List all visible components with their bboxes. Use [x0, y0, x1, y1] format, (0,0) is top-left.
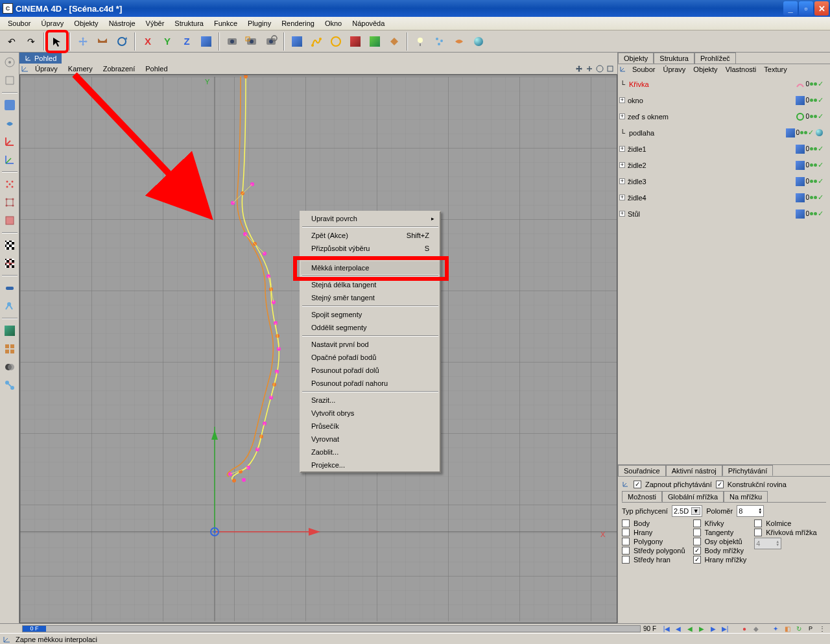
context-menu-item[interactable]: Opačné pořadí bodů [301, 351, 440, 364]
tab-souradnice[interactable]: Souřadnice [618, 465, 666, 476]
vmenu-zobrazeni[interactable]: Zobrazení [98, 64, 141, 73]
view-tab-pohled[interactable]: Pohled [19, 53, 62, 64]
snap-opt-checkbox[interactable] [693, 547, 701, 555]
snap-opt-checkbox[interactable] [693, 529, 701, 536]
vmenu-pohled[interactable]: Pohled [140, 64, 172, 73]
close-button[interactable]: ✕ [814, 1, 829, 16]
light-button[interactable] [411, 32, 429, 51]
object-row[interactable]: +židle10✓ [619, 141, 829, 157]
tab-aktivni-nastroj[interactable]: Aktivní nástroj [666, 465, 722, 476]
object-row[interactable]: +Stůl0✓ [619, 206, 829, 222]
context-menu-item[interactable]: Měkká interpolace [301, 261, 440, 274]
omenu-textury[interactable]: Textury [760, 65, 790, 74]
snap-opt-checkbox[interactable] [622, 547, 630, 555]
menu-napoveda[interactable]: Nápověda [347, 18, 390, 29]
connect-icon[interactable] [1, 377, 18, 394]
context-menu-item[interactable]: Vyrovnat [301, 433, 440, 446]
model-mode-icon[interactable] [1, 97, 18, 113]
context-menu-item[interactable]: Vytvořit obrys [301, 407, 440, 420]
object-row[interactable]: +zeď s oknem0✓ [619, 108, 829, 125]
key-pos-button[interactable]: ✦ [770, 624, 781, 633]
context-menu-item[interactable]: Projekce... [301, 459, 440, 471]
nurbs-button[interactable] [327, 32, 345, 51]
render-settings-button[interactable] [262, 32, 280, 51]
undo-button[interactable]: ↶ [3, 32, 21, 51]
context-menu-item[interactable]: Posunout pořadí dolů [301, 364, 440, 377]
select-tool[interactable] [48, 32, 66, 51]
modeling-button[interactable] [346, 32, 364, 51]
context-menu-item[interactable]: Spojit segmenty [301, 308, 440, 321]
snap-opt-checkbox[interactable] [754, 519, 762, 527]
key-button[interactable]: ◆ [751, 624, 761, 633]
make-editable-icon[interactable] [1, 322, 18, 339]
polys-icon[interactable] [1, 212, 18, 229]
tab-globalni-mrizka[interactable]: Globální mřížka [662, 491, 724, 502]
points-icon[interactable] [1, 176, 18, 193]
context-menu-item[interactable]: Oddělit segmenty [301, 321, 440, 334]
context-menu-item[interactable]: Zaoblit... [301, 446, 440, 459]
omenu-upravy[interactable]: Úpravy [659, 65, 689, 74]
context-menu-item[interactable]: Nastavit první bod [301, 338, 440, 351]
coord-system-button[interactable] [197, 32, 215, 51]
nav-pan-icon[interactable] [575, 64, 584, 73]
key-opts-icon[interactable]: ⋮ [817, 624, 827, 633]
tab-na-mrizku[interactable]: Na mřížku [724, 491, 768, 502]
tab-moznosti[interactable]: Možnosti [622, 491, 662, 502]
nav-max-icon[interactable] [606, 64, 615, 73]
camera-button[interactable] [469, 32, 488, 51]
menu-objekty[interactable]: Objekty [69, 18, 103, 29]
object-row[interactable]: └podlaha0✓ [619, 125, 829, 141]
scale-tool[interactable] [93, 32, 112, 51]
y-axis-button[interactable]: Y [158, 32, 176, 51]
context-menu-item[interactable]: Srazit... [301, 394, 440, 407]
rotate-tool[interactable] [113, 32, 131, 51]
snap-opt-checkbox[interactable] [622, 556, 630, 564]
enable-snap-checkbox[interactable] [634, 481, 641, 488]
edges-icon[interactable] [1, 194, 18, 211]
menu-soubor[interactable]: Soubor [3, 18, 36, 29]
object-row[interactable]: +židle40✓ [619, 189, 829, 206]
context-menu-item[interactable]: Stejný směr tangent [301, 291, 440, 304]
maximize-button[interactable]: ▫ [799, 1, 813, 16]
time-current[interactable]: 0 F [23, 626, 46, 632]
move-tool[interactable] [74, 32, 92, 51]
material-button[interactable] [450, 32, 468, 51]
point-mode-icon[interactable] [1, 151, 18, 168]
menu-struktura[interactable]: Struktura [169, 18, 209, 29]
ik-icon[interactable] [1, 280, 18, 296]
menu-funkce[interactable]: Funkce [209, 18, 243, 29]
context-menu-item[interactable]: Posunout pořadí nahoru [301, 377, 440, 390]
texture-axis-icon[interactable] [1, 255, 18, 272]
axis-mode-icon[interactable] [1, 133, 18, 150]
z-axis-button[interactable]: Z [178, 32, 196, 51]
tab-struktura[interactable]: Struktura [654, 53, 694, 64]
primitive-button[interactable] [288, 32, 306, 51]
snap-opt-checkbox[interactable] [622, 538, 630, 545]
context-menu-item[interactable]: Průsečík [301, 420, 440, 433]
snap-opt-checkbox[interactable] [622, 529, 630, 536]
array-icon[interactable] [1, 340, 18, 357]
omenu-soubor[interactable]: Soubor [628, 65, 659, 74]
animation-icon[interactable] [1, 298, 18, 315]
object-row[interactable]: +židle20✓ [619, 157, 829, 173]
time-track[interactable]: 0 F [22, 625, 641, 632]
vmenu-kamery[interactable]: Kamery [63, 64, 98, 73]
snap-opt-checkbox[interactable] [693, 538, 701, 545]
record-button[interactable]: ● [739, 624, 750, 633]
x-axis-button[interactable]: X [139, 32, 157, 51]
timeline-end-button[interactable]: ▶| [720, 624, 730, 633]
omenu-objekty[interactable]: Objekty [689, 65, 721, 74]
spline-button[interactable] [307, 32, 326, 51]
snap-radius-field[interactable]: 8▲▼ [737, 505, 764, 517]
timeline-next-button[interactable]: ▶ [708, 624, 718, 633]
particle-button[interactable] [431, 32, 449, 51]
timeline-prev-button[interactable]: ◀ [673, 624, 683, 633]
bool-icon[interactable] [1, 359, 18, 376]
omenu-vlastnosti[interactable]: Vlastnosti [722, 65, 761, 74]
menu-rendering[interactable]: Rendering [276, 18, 320, 29]
timeline-play-back-button[interactable]: ◀ [685, 624, 695, 633]
tab-prichytavani[interactable]: Přichytávání [722, 465, 774, 476]
object-row[interactable]: +židle30✓ [619, 173, 829, 189]
context-menu-item[interactable]: Upravit povrch [301, 212, 440, 225]
texture-icon[interactable] [1, 237, 18, 254]
